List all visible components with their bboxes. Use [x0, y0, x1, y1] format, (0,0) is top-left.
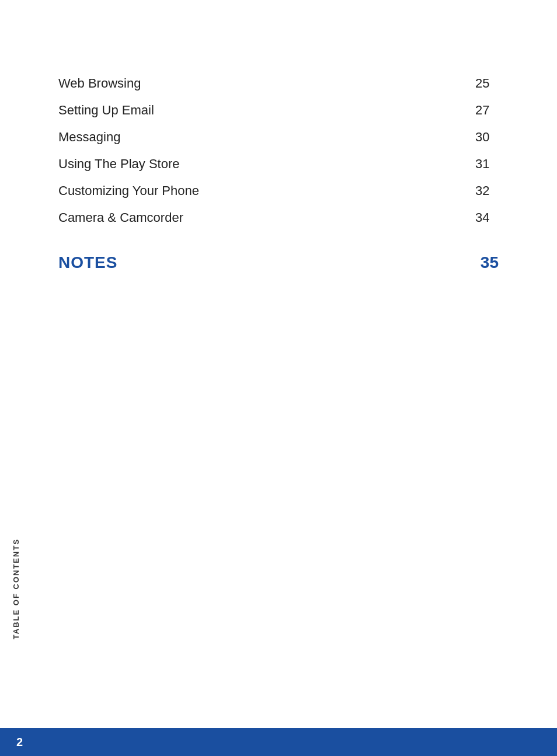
sidebar-label: TABLE OF CONTENTS: [12, 538, 20, 639]
page-content: Web Browsing 25 Setting Up Email 27 Mess…: [0, 0, 557, 325]
toc-label-web-browsing: Web Browsing: [58, 76, 141, 91]
toc-entry-messaging: Messaging 30: [58, 124, 499, 151]
footer-bar: 2: [0, 728, 557, 756]
toc-section-notes-label: NOTES: [58, 253, 117, 272]
toc-entry-camera-camcorder: Camera & Camcorder 34: [58, 204, 499, 231]
toc-page-messaging: 30: [475, 130, 499, 145]
toc-entry-setting-up-email: Setting Up Email 27: [58, 97, 499, 124]
toc-page-camera-camcorder: 34: [475, 210, 499, 225]
toc-entries: Web Browsing 25 Setting Up Email 27 Mess…: [58, 70, 499, 278]
toc-page-using-play-store: 31: [475, 156, 499, 172]
toc-page-setting-up-email: 27: [475, 103, 499, 118]
footer-page-number: 2: [16, 736, 23, 749]
toc-section-notes-page: 35: [481, 253, 499, 272]
toc-page-web-browsing: 25: [475, 76, 499, 91]
toc-label-camera-camcorder: Camera & Camcorder: [58, 210, 183, 225]
toc-entry-customizing-phone: Customizing Your Phone 32: [58, 177, 499, 204]
toc-label-setting-up-email: Setting Up Email: [58, 103, 154, 118]
toc-label-messaging: Messaging: [58, 130, 120, 145]
toc-entry-using-play-store: Using The Play Store 31: [58, 151, 499, 177]
toc-label-using-play-store: Using The Play Store: [58, 156, 179, 172]
toc-page-customizing-phone: 32: [475, 183, 499, 198]
toc-label-customizing-phone: Customizing Your Phone: [58, 183, 199, 198]
toc-section-notes: NOTES 35: [58, 237, 499, 278]
toc-entry-web-browsing: Web Browsing 25: [58, 70, 499, 97]
